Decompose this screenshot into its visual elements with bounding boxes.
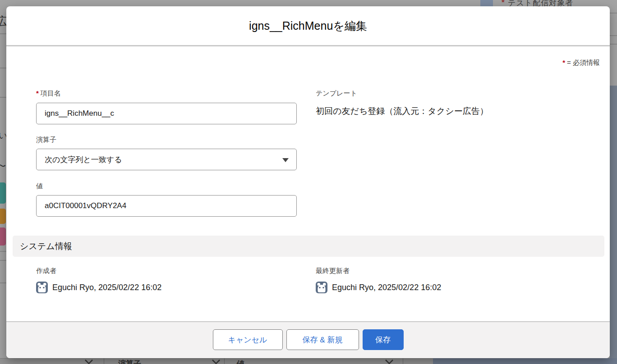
user-avatar-icon (316, 282, 327, 293)
background-panel (610, 86, 617, 364)
value-input[interactable] (36, 195, 297, 217)
divider (610, 35, 617, 36)
required-info-legend: *= 必須情報 (562, 59, 600, 67)
operator-selected-value: 次の文字列と一致する (45, 155, 122, 165)
chevron-down-icon (211, 359, 221, 364)
system-info-section-header: システム情報 (13, 236, 604, 257)
divider (610, 44, 617, 45)
field-type-icon-teal (0, 182, 6, 204)
divider (0, 260, 6, 261)
field-name-input[interactable] (36, 103, 297, 124)
value-label: 値 (36, 182, 43, 191)
chevron-down-icon (384, 359, 394, 364)
divider (0, 97, 6, 98)
modal-header: igns__RichMenuを編集 (6, 6, 610, 46)
edit-record-modal: igns__RichMenuを編集 *= 必須情報 *項目名 演算子 次の文字列… (6, 6, 610, 358)
operator-label: 演算子 (36, 136, 56, 144)
required-asterisk: * (36, 89, 39, 97)
last-modified-by-row: Eguchi Ryo, 2025/02/22 16:02 (316, 282, 441, 293)
field-name-label: *項目名 (36, 89, 61, 98)
created-by-row: Eguchi Ryo, 2025/02/22 16:02 (36, 282, 161, 293)
created-by-value: Eguchi Ryo, 2025/02/22 16:02 (52, 283, 161, 292)
template-value: 初回の友だち登録（流入元：タクシー広告） (316, 105, 488, 117)
chevron-down-icon (84, 359, 94, 364)
divider (0, 282, 6, 283)
last-modified-by-value: Eguchi Ryo, 2025/02/22 16:02 (332, 283, 441, 292)
operator-select[interactable]: 次の文字列と一致する (36, 149, 297, 170)
template-label: テンプレート (316, 89, 357, 98)
cancel-button[interactable]: キャンセル (213, 329, 283, 350)
divider (104, 358, 104, 364)
save-button[interactable]: 保存 (363, 329, 404, 350)
field-type-icon-orange (0, 209, 6, 224)
created-by-label: 作成者 (36, 267, 56, 275)
modal-title: igns__RichMenuを編集 (249, 18, 367, 33)
screen: * テスト配信対象者 広 い 〜 演算子 値 igns__RichMenuを編集 (0, 0, 617, 364)
divider (403, 358, 403, 364)
field-type-icon-pink (0, 228, 6, 246)
background-column-header: 演算子 (118, 359, 141, 364)
background-column-header: 値 (237, 359, 244, 364)
divider (0, 251, 6, 252)
system-info-title: システム情報 (20, 241, 72, 252)
select-chevron-icon (282, 158, 289, 162)
background-text: 〜 (0, 160, 6, 172)
background-panel (433, 358, 617, 364)
user-avatar-icon (36, 282, 48, 293)
required-asterisk: * (562, 59, 565, 66)
required-legend-text: = 必須情報 (567, 59, 600, 66)
last-modified-by-label: 最終更新者 (316, 267, 350, 275)
divider (224, 358, 225, 364)
divider (610, 13, 617, 14)
save-and-new-button[interactable]: 保存 & 新規 (286, 329, 359, 350)
divider (0, 68, 6, 68)
modal-footer: キャンセル 保存 & 新規 保存 (6, 321, 610, 358)
divider (0, 33, 6, 34)
